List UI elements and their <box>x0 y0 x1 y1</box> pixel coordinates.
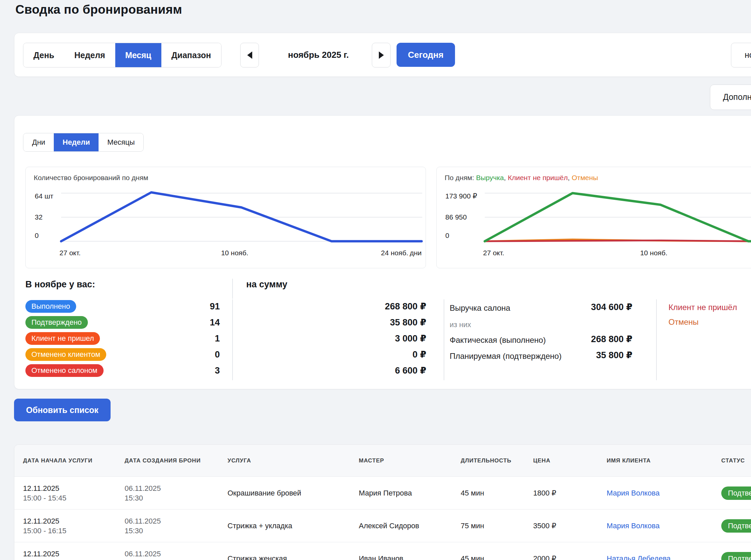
status-count-list: 9114103 <box>155 300 220 377</box>
cell-status: Подтверждено <box>721 477 751 509</box>
column-header-1: ДАТА НАЧАЛА УСЛУГИ <box>23 445 110 477</box>
cell-master: Алексей Сидоров <box>359 509 449 542</box>
cell-duration: 75 мин <box>461 509 524 542</box>
status-count: 91 <box>155 300 220 313</box>
cell-created-date: 06.11.202515:30 <box>125 477 211 509</box>
svg-text:0: 0 <box>35 232 39 239</box>
status-count: 1 <box>155 332 220 345</box>
svg-text:27 окт.: 27 окт. <box>59 249 81 257</box>
table-header-row: ДАТА НАЧАЛА УСЛУГИДАТА СОЗДАНИЯ БРОНИУСЛ… <box>14 445 751 477</box>
granularity-tabs: ДниНеделиМесяцы <box>23 133 144 152</box>
planned-revenue-label: Планируемая (подтверждено) <box>450 352 562 361</box>
cell-duration: 45 мин <box>461 542 524 560</box>
cell-start-date: 12.11.202515:00 - 15:45 <box>23 477 110 509</box>
period-tab-Неделя[interactable]: Неделя <box>64 43 115 67</box>
status-badge: Клиент не пришел <box>25 332 100 345</box>
cell-price: 2000 ₽ <box>533 542 597 560</box>
column-header-7: ИМЯ КЛИЕНТА <box>607 445 714 477</box>
svg-text:64 шт: 64 шт <box>35 192 54 200</box>
analytics-card: ДниНеделиМесяцы Количество бронирований … <box>14 115 751 389</box>
revenue-line-chart: 086 950173 900 ₽27 окт.10 нояб. <box>437 174 751 268</box>
cell-master: Иван Иванов <box>359 542 449 560</box>
status-badge: Подтверждено <box>25 316 88 329</box>
divider <box>444 299 444 380</box>
status-badge: Отменено салоном <box>25 364 104 377</box>
period-tab-Диапазон[interactable]: Диапазон <box>161 43 221 67</box>
column-header-5: ДЛИТЕЛЬНОСТЬ <box>461 445 524 477</box>
side-status-label: Отмены <box>669 317 737 327</box>
revenue-chart-card: По дням: Выручка, Клиент не пришёл, Отме… <box>436 167 751 268</box>
divider <box>656 299 657 380</box>
toolbar-card: ДеньНеделяМесяцДиапазон ноябрь 2025 г. С… <box>14 33 751 77</box>
cell-created-date: 06.11.202515:30 <box>125 542 211 560</box>
svg-text:173 900 ₽: 173 900 ₽ <box>445 192 477 200</box>
cell-service: Стрижка + укладка <box>227 509 344 542</box>
table-row[interactable]: 12.11.202515:00 - 16:1506.11.202515:30Ст… <box>14 509 751 542</box>
refresh-list-button[interactable]: Обновить список <box>14 399 110 421</box>
summary-title: В ноябре у вас: <box>25 279 95 290</box>
actual-revenue-label: Фактическая (выполнено) <box>450 336 546 345</box>
prev-period-button[interactable] <box>240 43 259 67</box>
of-them-label: из них <box>450 320 471 329</box>
cell-start-date: 12.11.202515:00 - 16:15 <box>23 509 110 542</box>
today-button[interactable]: Сегодня <box>397 43 455 67</box>
column-header-4: МАСТЕР <box>359 445 449 477</box>
cell-duration: 45 мин <box>461 477 524 509</box>
cell-price: 3500 ₽ <box>533 509 597 542</box>
left-triangle-icon <box>247 52 252 59</box>
status-badge: Выполнено <box>25 300 76 313</box>
status-pill: Подтверждено <box>721 486 751 500</box>
period-tab-День[interactable]: День <box>23 43 64 67</box>
cell-price: 1800 ₽ <box>533 477 597 509</box>
cell-master: Мария Петрова <box>359 477 449 509</box>
status-amount: 268 800 ₽ <box>248 300 426 313</box>
svg-text:24 нояб.: 24 нояб. <box>381 249 408 257</box>
table-row[interactable]: 12.11.202515:00 - 15:4506.11.202515:30Ок… <box>14 477 751 509</box>
table-row[interactable]: 12.11.202515:00 - 15:4506.11.202515:30Ст… <box>14 542 751 560</box>
cell-service: Стрижка женская <box>227 542 344 560</box>
svg-text:32: 32 <box>35 213 42 221</box>
column-header-6: ЦЕНА <box>533 445 597 477</box>
planned-revenue-value: 35 800 ₽ <box>549 350 632 361</box>
granularity-tab-Недели[interactable]: Недели <box>54 133 99 152</box>
cell-status: Подтверждено <box>721 542 751 560</box>
svg-text:0: 0 <box>445 232 449 239</box>
svg-text:10 нояб.: 10 нояб. <box>640 249 668 257</box>
status-badge: Отменено клиентом <box>25 348 106 361</box>
page-title: Сводка по бронированиям <box>15 3 182 17</box>
client-link[interactable]: Мария Волкова <box>607 489 659 498</box>
bookings-table: ДАТА НАЧАЛА УСЛУГИДАТА СОЗДАНИЯ БРОНИУСЛ… <box>14 444 751 560</box>
svg-text:дни: дни <box>410 249 422 257</box>
month-select[interactable]: нояб <box>731 43 751 67</box>
bookings-chart-card: Количество бронирований по дням 03264 шт… <box>25 167 426 268</box>
divider <box>232 299 233 380</box>
status-badge-list: ВыполненоПодтвержденоКлиент не пришелОтм… <box>25 300 106 377</box>
divider <box>232 279 233 299</box>
svg-text:10 нояб.: 10 нояб. <box>221 249 248 257</box>
client-link[interactable]: Наталья Лебедева <box>607 554 670 560</box>
side-status-label: Клиент не пришёл <box>669 303 737 312</box>
column-header-2: ДАТА СОЗДАНИЯ БРОНИ <box>125 445 211 477</box>
granularity-tab-Месяцы[interactable]: Месяцы <box>99 133 143 152</box>
svg-text:27 окт.: 27 окт. <box>483 249 504 257</box>
svg-text:86 950: 86 950 <box>445 213 467 221</box>
client-link[interactable]: Мария Волкова <box>607 522 659 530</box>
column-header-3: УСЛУГА <box>227 445 344 477</box>
cell-client: Наталья Лебедева <box>607 542 714 560</box>
more-filters-button[interactable]: Дополнит <box>710 84 751 110</box>
status-amount-list: 268 800 ₽35 800 ₽3 000 ₽0 ₽6 600 ₽ <box>248 300 426 377</box>
actual-revenue-value: 268 800 ₽ <box>549 334 632 344</box>
granularity-tab-Дни[interactable]: Дни <box>23 133 54 152</box>
bookings-line-chart: 03264 шт27 окт.10 нояб.24 нояб.дни <box>26 174 426 268</box>
status-pill: Подтверждено <box>721 552 751 560</box>
next-period-button[interactable] <box>372 43 390 67</box>
cell-created-date: 06.11.202515:30 <box>125 509 211 542</box>
current-period-label: ноябрь 2025 г. <box>268 43 368 67</box>
salon-revenue-label: Выручка салона <box>450 303 510 313</box>
cell-service: Окрашивание бровей <box>227 477 344 509</box>
status-count: 14 <box>155 316 220 329</box>
status-pill: Подтверждено <box>721 519 751 533</box>
period-tab-Месяц[interactable]: Месяц <box>115 43 161 67</box>
salon-revenue-value: 304 600 ₽ <box>549 302 632 313</box>
period-tabs: ДеньНеделяМесяцДиапазон <box>23 43 222 67</box>
